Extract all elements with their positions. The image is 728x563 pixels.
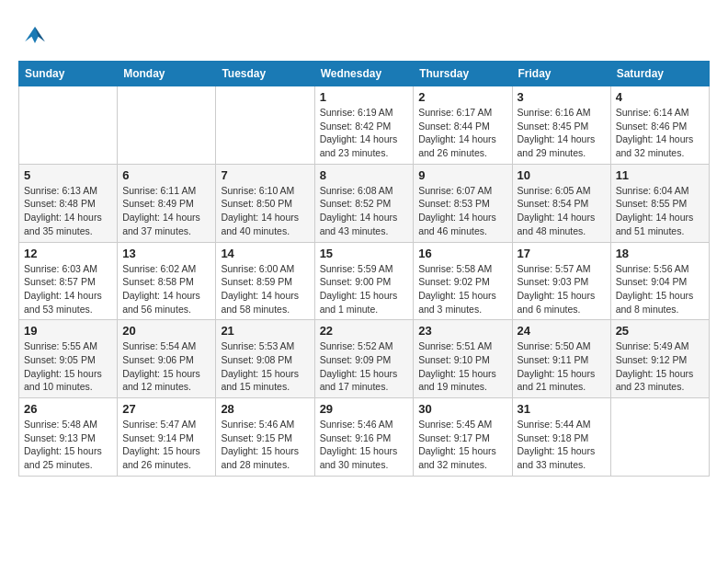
- day-info: Sunrise: 5:46 AM Sunset: 9:15 PM Dayligh…: [221, 418, 309, 472]
- day-number: 7: [221, 168, 309, 182]
- day-info: Sunrise: 6:02 AM Sunset: 8:58 PM Dayligh…: [122, 262, 210, 316]
- logo: [18, 18, 55, 52]
- day-info: Sunrise: 5:59 AM Sunset: 9:00 PM Dayligh…: [320, 262, 409, 316]
- calendar-cell: 4Sunrise: 6:14 AM Sunset: 8:46 PM Daylig…: [610, 86, 709, 165]
- calendar-table: SundayMondayTuesdayWednesdayThursdayFrid…: [18, 61, 710, 477]
- calendar-cell: [216, 86, 314, 165]
- calendar-cell: 2Sunrise: 6:17 AM Sunset: 8:44 PM Daylig…: [414, 86, 512, 165]
- day-number: 17: [518, 247, 606, 260]
- day-info: Sunrise: 5:45 AM Sunset: 9:17 PM Dayligh…: [418, 418, 506, 472]
- day-info: Sunrise: 6:19 AM Sunset: 8:42 PM Dayligh…: [320, 106, 409, 160]
- day-info: Sunrise: 6:13 AM Sunset: 8:48 PM Dayligh…: [24, 184, 112, 238]
- calendar-cell: 26Sunrise: 5:48 AM Sunset: 9:13 PM Dayli…: [19, 398, 118, 477]
- column-header-saturday: Saturday: [610, 62, 709, 86]
- day-info: Sunrise: 6:08 AM Sunset: 8:52 PM Dayligh…: [320, 184, 409, 238]
- day-info: Sunrise: 5:49 AM Sunset: 9:12 PM Dayligh…: [616, 339, 704, 394]
- day-number: 13: [122, 247, 210, 260]
- day-number: 24: [518, 324, 606, 338]
- day-info: Sunrise: 5:50 AM Sunset: 9:11 PM Dayligh…: [518, 339, 606, 394]
- page-header: [18, 18, 710, 52]
- column-header-sunday: Sunday: [19, 62, 118, 86]
- column-header-friday: Friday: [512, 62, 610, 86]
- svg-marker-0: [25, 27, 45, 43]
- day-info: Sunrise: 6:07 AM Sunset: 8:53 PM Dayligh…: [418, 184, 506, 238]
- week-row-1: 1Sunrise: 6:19 AM Sunset: 8:42 PM Daylig…: [19, 86, 710, 165]
- day-number: 27: [122, 402, 210, 416]
- calendar-cell: 22Sunrise: 5:52 AM Sunset: 9:09 PM Dayli…: [314, 320, 414, 398]
- calendar-cell: 27Sunrise: 5:47 AM Sunset: 9:14 PM Dayli…: [118, 398, 216, 477]
- day-info: Sunrise: 6:10 AM Sunset: 8:50 PM Dayligh…: [221, 184, 309, 238]
- header-row: SundayMondayTuesdayWednesdayThursdayFrid…: [19, 62, 710, 86]
- calendar-cell: 16Sunrise: 5:58 AM Sunset: 9:02 PM Dayli…: [414, 242, 512, 320]
- day-number: 31: [518, 402, 606, 416]
- day-number: 26: [24, 402, 112, 416]
- calendar-cell: 21Sunrise: 5:53 AM Sunset: 9:08 PM Dayli…: [216, 320, 314, 398]
- day-number: 10: [518, 168, 606, 182]
- day-number: 23: [418, 324, 506, 338]
- day-info: Sunrise: 6:14 AM Sunset: 8:46 PM Dayligh…: [616, 106, 704, 160]
- day-info: Sunrise: 5:52 AM Sunset: 9:09 PM Dayligh…: [320, 339, 409, 394]
- week-row-4: 19Sunrise: 5:55 AM Sunset: 9:05 PM Dayli…: [19, 320, 710, 398]
- column-header-tuesday: Tuesday: [216, 62, 314, 86]
- calendar-cell: [118, 86, 216, 165]
- day-info: Sunrise: 6:05 AM Sunset: 8:54 PM Dayligh…: [518, 184, 606, 238]
- day-number: 28: [221, 402, 309, 416]
- day-info: Sunrise: 5:51 AM Sunset: 9:10 PM Dayligh…: [418, 339, 506, 394]
- calendar-cell: 18Sunrise: 5:56 AM Sunset: 9:04 PM Dayli…: [610, 242, 709, 320]
- day-info: Sunrise: 5:57 AM Sunset: 9:03 PM Dayligh…: [518, 262, 606, 316]
- calendar-cell: 8Sunrise: 6:08 AM Sunset: 8:52 PM Daylig…: [314, 164, 414, 242]
- day-number: 22: [320, 324, 409, 338]
- day-info: Sunrise: 6:16 AM Sunset: 8:45 PM Dayligh…: [518, 106, 606, 160]
- week-row-3: 12Sunrise: 6:03 AM Sunset: 8:57 PM Dayli…: [19, 242, 710, 320]
- day-info: Sunrise: 5:48 AM Sunset: 9:13 PM Dayligh…: [24, 418, 112, 472]
- day-number: 20: [122, 324, 210, 338]
- calendar-cell: 30Sunrise: 5:45 AM Sunset: 9:17 PM Dayli…: [414, 398, 512, 477]
- day-info: Sunrise: 5:56 AM Sunset: 9:04 PM Dayligh…: [616, 262, 704, 316]
- day-number: 9: [418, 168, 506, 182]
- day-number: 16: [418, 247, 506, 260]
- day-info: Sunrise: 5:47 AM Sunset: 9:14 PM Dayligh…: [122, 418, 210, 472]
- calendar-cell: 10Sunrise: 6:05 AM Sunset: 8:54 PM Dayli…: [512, 164, 610, 242]
- calendar-cell: [610, 398, 709, 477]
- calendar-cell: [19, 86, 118, 165]
- day-info: Sunrise: 6:11 AM Sunset: 8:49 PM Dayligh…: [122, 184, 210, 238]
- week-row-2: 5Sunrise: 6:13 AM Sunset: 8:48 PM Daylig…: [19, 164, 710, 242]
- day-number: 18: [616, 247, 704, 260]
- day-number: 8: [320, 168, 409, 182]
- column-header-thursday: Thursday: [414, 62, 512, 86]
- calendar-cell: 5Sunrise: 6:13 AM Sunset: 8:48 PM Daylig…: [19, 164, 118, 242]
- calendar-cell: 19Sunrise: 5:55 AM Sunset: 9:05 PM Dayli…: [19, 320, 118, 398]
- day-info: Sunrise: 5:58 AM Sunset: 9:02 PM Dayligh…: [418, 262, 506, 316]
- day-number: 14: [221, 247, 309, 260]
- day-number: 21: [221, 324, 309, 338]
- day-info: Sunrise: 5:55 AM Sunset: 9:05 PM Dayligh…: [24, 339, 112, 394]
- day-number: 5: [24, 168, 112, 182]
- calendar-cell: 1Sunrise: 6:19 AM Sunset: 8:42 PM Daylig…: [314, 86, 414, 165]
- day-info: Sunrise: 6:03 AM Sunset: 8:57 PM Dayligh…: [24, 262, 112, 316]
- calendar-cell: 24Sunrise: 5:50 AM Sunset: 9:11 PM Dayli…: [512, 320, 610, 398]
- calendar-cell: 20Sunrise: 5:54 AM Sunset: 9:06 PM Dayli…: [118, 320, 216, 398]
- day-info: Sunrise: 6:17 AM Sunset: 8:44 PM Dayligh…: [418, 106, 506, 160]
- day-number: 11: [616, 168, 704, 182]
- calendar-cell: 23Sunrise: 5:51 AM Sunset: 9:10 PM Dayli…: [414, 320, 512, 398]
- calendar-cell: 13Sunrise: 6:02 AM Sunset: 8:58 PM Dayli…: [118, 242, 216, 320]
- day-number: 15: [320, 247, 409, 260]
- day-info: Sunrise: 5:44 AM Sunset: 9:18 PM Dayligh…: [518, 418, 606, 472]
- day-info: Sunrise: 5:53 AM Sunset: 9:08 PM Dayligh…: [221, 339, 309, 394]
- day-number: 25: [616, 324, 704, 338]
- calendar-cell: 6Sunrise: 6:11 AM Sunset: 8:49 PM Daylig…: [118, 164, 216, 242]
- calendar-cell: 14Sunrise: 6:00 AM Sunset: 8:59 PM Dayli…: [216, 242, 314, 320]
- day-info: Sunrise: 5:46 AM Sunset: 9:16 PM Dayligh…: [320, 418, 409, 472]
- calendar-cell: 3Sunrise: 6:16 AM Sunset: 8:45 PM Daylig…: [512, 86, 610, 165]
- calendar-cell: 29Sunrise: 5:46 AM Sunset: 9:16 PM Dayli…: [314, 398, 414, 477]
- day-number: 30: [418, 402, 506, 416]
- day-number: 1: [320, 90, 409, 104]
- column-header-wednesday: Wednesday: [314, 62, 414, 86]
- logo-icon: [18, 18, 51, 52]
- calendar-cell: 9Sunrise: 6:07 AM Sunset: 8:53 PM Daylig…: [414, 164, 512, 242]
- calendar-cell: 17Sunrise: 5:57 AM Sunset: 9:03 PM Dayli…: [512, 242, 610, 320]
- day-number: 6: [122, 168, 210, 182]
- day-number: 2: [418, 90, 506, 104]
- week-row-5: 26Sunrise: 5:48 AM Sunset: 9:13 PM Dayli…: [19, 398, 710, 477]
- day-number: 4: [616, 90, 704, 104]
